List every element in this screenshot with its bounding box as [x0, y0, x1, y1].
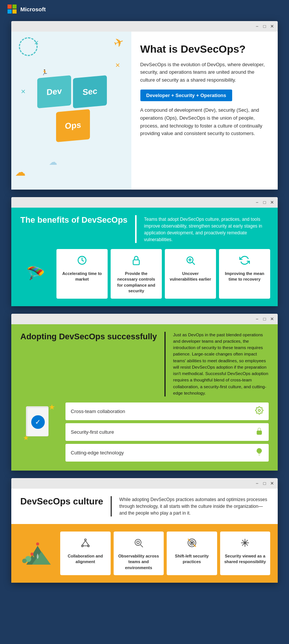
search-circle-icon [133, 538, 144, 550]
svg-rect-1 [133, 260, 139, 265]
svg-point-32 [244, 542, 246, 544]
close-btn-4[interactable]: ✕ [269, 481, 275, 486]
svg-rect-7 [257, 431, 262, 434]
w2-cards: Accelerating time to market Provide the … [56, 249, 270, 299]
w1-desc1: DevSecOps is the evolution of DevOps, wh… [140, 61, 269, 84]
doc-checkmark: ✓ ★ ★ [26, 406, 52, 440]
lock-icon [131, 255, 141, 268]
target-icon [187, 538, 197, 550]
star-deco-2: ★ [23, 434, 29, 442]
w3-item-label-3: Cutting-edge technology [71, 450, 124, 456]
window4-top: DevSecOps culture While adopting DevSecO… [11, 489, 278, 524]
w1-desc2: A compound of development (Dev), securit… [140, 106, 269, 138]
doc-inner: ✓ [27, 408, 48, 436]
svg-line-17 [82, 541, 85, 545]
w2-subtitle: Teams that adopt DevSecOps culture, prac… [144, 215, 269, 243]
w2-card-4: Improving the mean time to recovery [219, 249, 270, 299]
w3-items: Cross-team collaboration Security-first … [65, 402, 269, 462]
cube-ops: Ops [56, 109, 90, 142]
close-btn-1[interactable]: ✕ [269, 24, 275, 29]
w4-card-label-4: Security viewed as a shared responsibili… [223, 553, 268, 565]
parachute-icon: 🪂 [26, 265, 45, 283]
w3-item-label-1: Cross-team collaboration [71, 409, 125, 414]
w3-title: Adopting DevSecOps successfully [20, 332, 157, 342]
window-adopting: − □ ✕ Adopting DevSecOps successfully Ju… [11, 314, 278, 471]
deco-star-2: ✕ [115, 62, 120, 69]
svg-point-25 [191, 542, 193, 544]
w2-illustration: 🪂 [19, 249, 53, 299]
maximize-btn-4[interactable]: □ [262, 481, 267, 486]
cube-illustration: Dev Sec Ops [33, 65, 109, 156]
maximize-btn-1[interactable]: □ [262, 24, 267, 29]
w4-cards: Collaboration and alignment Observabilit… [60, 532, 270, 575]
gear-icon [255, 406, 263, 416]
w3-subtitle: Just as DevOps in the past blended opera… [173, 332, 269, 397]
minimize-btn-2[interactable]: − [254, 200, 260, 205]
w2-body: 🪂 Accelerating time to market [11, 243, 278, 306]
deco-star-3: ✕ [21, 88, 26, 95]
w3-item-3: Cutting-edge technology [65, 444, 269, 462]
w3-illustration: ✓ ★ ★ [20, 402, 58, 462]
w3-title-block: Adopting DevSecOps successfully [20, 332, 157, 397]
bulb-icon [255, 448, 263, 458]
w4-header: DevSecOps culture While adopting DevSecO… [20, 496, 269, 516]
w4-title: DevSecOps culture [20, 496, 103, 507]
svg-point-6 [258, 409, 260, 412]
mountain-svg [21, 538, 55, 568]
w4-illustration [19, 532, 56, 575]
window1-text: What is DevSecOps? DevSecOps is the evol… [131, 32, 278, 190]
w4-card-label-2: Observability across teams and environme… [117, 553, 161, 571]
svg-point-12 [36, 542, 39, 545]
ms-bar: Microsoft [0, 0, 289, 18]
cube-dev: Dev [37, 75, 71, 108]
star-deco: ★ [49, 402, 55, 412]
w4-subtitle: While adopting DevSecOps practices autom… [119, 496, 269, 516]
titlebar-2: − □ ✕ [11, 197, 278, 208]
w2-header: The benefits of DevSecOps Teams that ado… [11, 208, 278, 243]
w4-card-4: Security viewed as a shared responsibili… [220, 532, 271, 575]
svg-point-22 [137, 541, 140, 544]
w2-title: The benefits of DevSecOps [20, 215, 128, 225]
w2-divider [135, 215, 137, 243]
close-btn-2[interactable]: ✕ [269, 200, 275, 205]
w1-main-title: What is DevSecOps? [140, 43, 269, 56]
svg-point-14 [84, 539, 86, 541]
asterisk-icon [240, 538, 250, 550]
minimize-btn-4[interactable]: − [254, 481, 260, 486]
check-circle: ✓ [31, 415, 45, 429]
svg-line-18 [85, 541, 88, 545]
minimize-btn-1[interactable]: − [254, 24, 260, 29]
w2-card-label-3: Uncover vulnerabilities earlier [169, 271, 212, 283]
w4-card-1: Collaboration and alignment [60, 532, 111, 575]
cube-sec: Sec [73, 75, 107, 108]
cloud-icon: ☁ [15, 166, 26, 178]
svg-line-21 [141, 545, 143, 547]
minimize-btn-3[interactable]: − [254, 316, 260, 322]
w2-card-1: Accelerating time to market [56, 249, 108, 299]
w4-card-3: Shift-left security practices [167, 532, 217, 575]
w3-item-label-2: Security-first culture [71, 429, 114, 435]
maximize-btn-2[interactable]: □ [262, 200, 267, 205]
deco-star-1: ✕ [34, 39, 39, 46]
share-icon [80, 538, 91, 550]
w1-badge: Developer + Security + Operations [140, 90, 232, 101]
checkmark-icon: ✓ [35, 418, 41, 426]
w3-body: ✓ ★ ★ Cross-team collaboration [11, 396, 278, 471]
svg-point-20 [135, 539, 141, 545]
window4-content: Collaboration and alignment Observabilit… [11, 524, 278, 583]
window3-content: Adopting DevSecOps successfully Just as … [11, 324, 278, 471]
ms-title: Microsoft [20, 6, 46, 12]
window-devsecops-intro: − □ ✕ ✕ ✕ ✕ ✈ Dev Sec Ops ☁ ☁ 🏃 What is … [11, 21, 278, 190]
titlebar-4: − □ ✕ [11, 478, 278, 489]
maximize-btn-3[interactable]: □ [262, 316, 267, 322]
window1-content: ✕ ✕ ✕ ✈ Dev Sec Ops ☁ ☁ 🏃 What is DevSec… [11, 32, 278, 190]
w4-card-label-1: Collaboration and alignment [63, 553, 108, 565]
mountain-scene [21, 538, 55, 568]
titlebar-3: − □ ✕ [11, 314, 278, 324]
w3-item-2: Security-first culture [65, 423, 269, 441]
w2-card-2: Provide the necessary controls for compl… [111, 249, 162, 299]
close-btn-3[interactable]: ✕ [269, 316, 275, 322]
svg-point-13 [30, 553, 33, 556]
w2-card-3: Uncover vulnerabilities earlier [165, 249, 216, 299]
svg-line-3 [192, 262, 195, 264]
